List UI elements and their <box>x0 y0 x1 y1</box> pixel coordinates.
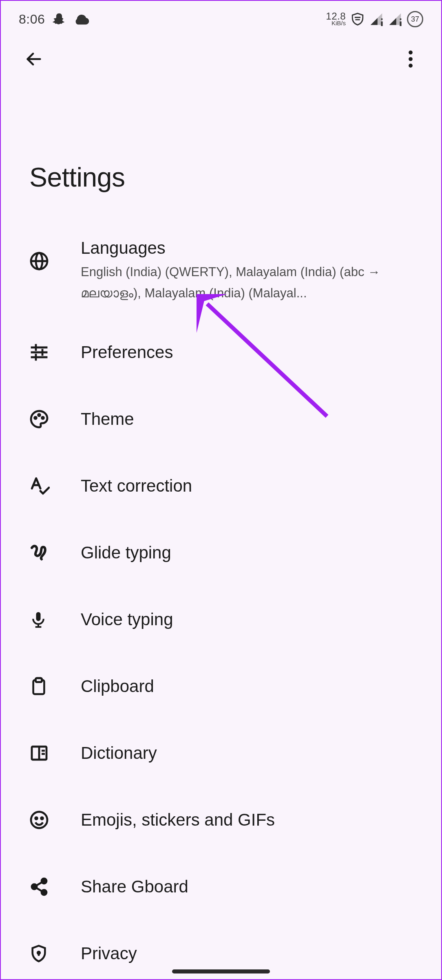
arrow-back-icon <box>24 50 43 70</box>
svg-rect-21 <box>36 612 41 621</box>
gesture-icon <box>29 543 52 563</box>
privacy-shield-icon <box>29 944 52 963</box>
setting-clipboard[interactable]: Clipboard <box>1 653 441 720</box>
spellcheck-icon <box>29 476 52 496</box>
svg-point-17 <box>35 417 37 419</box>
svg-point-32 <box>42 879 46 883</box>
svg-rect-2 <box>400 22 401 26</box>
app-bar <box>1 37 441 82</box>
mic-icon <box>29 611 52 628</box>
svg-point-5 <box>409 51 413 55</box>
svg-point-37 <box>38 951 40 954</box>
setting-title: Dictionary <box>81 743 425 764</box>
setting-title: Languages <box>81 237 425 259</box>
svg-line-36 <box>36 888 42 891</box>
setting-preferences[interactable]: Preferences <box>1 319 441 386</box>
svg-point-19 <box>42 417 44 419</box>
book-icon <box>29 743 52 763</box>
setting-glide-typing[interactable]: Glide typing <box>1 519 441 586</box>
svg-point-31 <box>41 817 43 820</box>
svg-point-34 <box>42 890 46 895</box>
back-button[interactable] <box>20 46 48 74</box>
setting-title: Theme <box>81 409 425 430</box>
svg-point-1 <box>381 18 382 20</box>
more-button[interactable] <box>396 46 425 74</box>
setting-title: Glide typing <box>81 542 425 564</box>
share-icon <box>29 877 52 897</box>
setting-languages[interactable]: Languages English (India) (QWERTY), Mala… <box>1 229 441 319</box>
shield-icon <box>351 12 365 26</box>
globe-icon <box>29 251 52 271</box>
setting-emojis[interactable]: Emojis, stickers and GIFs <box>1 787 441 853</box>
svg-point-33 <box>32 884 37 889</box>
svg-line-35 <box>36 882 42 886</box>
cloud-icon <box>73 13 90 25</box>
settings-list: Languages English (India) (QWERTY), Mala… <box>1 193 441 980</box>
setting-title: Emojis, stickers and GIFs <box>81 809 425 831</box>
svg-rect-0 <box>381 22 382 26</box>
status-right: 12.8 KiB/s 37 <box>326 11 423 27</box>
signal-icon-1 <box>369 12 383 26</box>
more-vert-icon <box>409 51 413 69</box>
snapchat-icon <box>52 12 66 26</box>
battery-indicator: 37 <box>407 11 423 27</box>
setting-dictionary[interactable]: Dictionary <box>1 720 441 787</box>
setting-title: Privacy <box>81 943 425 965</box>
setting-theme[interactable]: Theme <box>1 386 441 453</box>
setting-voice-typing[interactable]: Voice typing <box>1 586 441 653</box>
svg-point-3 <box>400 18 401 20</box>
setting-title: Clipboard <box>81 676 425 697</box>
setting-title: Preferences <box>81 342 425 363</box>
setting-subtitle: English (India) (QWERTY), Malayalam (Ind… <box>81 261 425 304</box>
network-speed: 12.8 KiB/s <box>326 12 346 26</box>
signal-icon-2 <box>388 12 402 26</box>
gesture-handle[interactable] <box>172 969 270 973</box>
svg-point-30 <box>35 817 38 820</box>
setting-title: Share Gboard <box>81 876 425 898</box>
svg-point-6 <box>409 57 413 61</box>
status-bar: 8:06 12.8 KiB/s 37 <box>1 1 441 37</box>
setting-text-correction[interactable]: Text correction <box>1 453 441 519</box>
setting-share[interactable]: Share Gboard <box>1 853 441 920</box>
svg-point-18 <box>38 414 40 416</box>
page-title: Settings <box>1 82 441 193</box>
setting-title: Voice typing <box>81 609 425 631</box>
setting-title: Text correction <box>81 475 425 497</box>
navigation-bar[interactable] <box>1 969 441 973</box>
clock: 8:06 <box>19 12 45 27</box>
svg-point-7 <box>409 64 413 68</box>
status-left: 8:06 <box>19 12 90 27</box>
tune-icon <box>29 343 52 362</box>
emoji-icon <box>29 810 52 830</box>
palette-icon <box>29 409 52 429</box>
clipboard-icon <box>29 677 52 696</box>
